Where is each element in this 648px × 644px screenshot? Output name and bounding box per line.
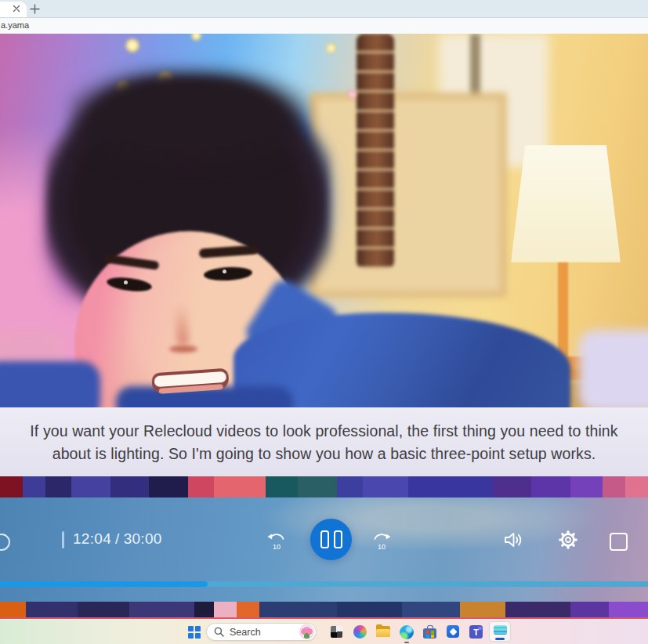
- skip-back-10-button[interactable]: 10: [266, 529, 287, 551]
- bokeh-light: [125, 38, 139, 52]
- eye-glint: [124, 280, 128, 284]
- store-tile: [426, 635, 429, 638]
- store-bag: [423, 628, 436, 639]
- pause-button[interactable]: [310, 519, 352, 560]
- copilot-icon[interactable]: [353, 625, 367, 639]
- progress-fill: [0, 581, 208, 587]
- diamond-glyph: [449, 628, 457, 635]
- forward-arrowhead: [386, 534, 391, 539]
- file-explorer-icon[interactable]: [376, 626, 390, 637]
- browser-toolbar: [0, 18, 648, 34]
- windows-logo-icon: [195, 633, 201, 639]
- windows-logo-icon: [188, 626, 194, 632]
- search-placeholder: Search: [230, 627, 299, 638]
- skip-back-amount: 10: [273, 543, 281, 551]
- cropped-control-icon[interactable]: [0, 534, 10, 551]
- settings-button[interactable]: [556, 528, 580, 552]
- sound-wave-outer: [519, 535, 520, 545]
- teams-icon[interactable]: T: [469, 625, 483, 639]
- media-player-icon: [494, 625, 507, 635]
- active-app-indicator: [495, 638, 505, 640]
- eye-glint: [223, 270, 226, 273]
- scene-guitar-neck: [357, 34, 394, 269]
- time-duration: 30:00: [124, 530, 162, 547]
- microsoft-store-icon[interactable]: [423, 625, 436, 639]
- taskbar: Search T: [0, 619, 648, 644]
- gear-icon: [556, 528, 580, 552]
- edge-icon[interactable]: [400, 625, 414, 639]
- folder-front: [376, 629, 390, 638]
- scene-lamp-shade: [511, 145, 621, 262]
- subtitle-line-2: about is lighting. So I'm going to show …: [0, 443, 648, 465]
- time-display: 12:04/30:00: [73, 530, 162, 548]
- bokeh-light: [326, 43, 336, 53]
- pause-icon: [334, 530, 342, 548]
- teams-dot: [478, 627, 482, 631]
- skip-forward-10-button[interactable]: 10: [371, 529, 392, 551]
- bing-daily-image-icon[interactable]: [299, 624, 314, 639]
- speaker-icon: [505, 534, 514, 546]
- time-separator-bar: [62, 531, 64, 548]
- m365-app-icon[interactable]: [447, 625, 459, 638]
- scene-pillow: [578, 330, 648, 407]
- video-strip-upper: [0, 476, 648, 497]
- bokeh-light: [348, 90, 357, 99]
- windows-logo-icon: [195, 626, 201, 632]
- presenter-nose-shadow: [169, 346, 197, 353]
- media-player-taskbar-button[interactable]: [489, 621, 511, 642]
- subtitle-band: If you want your Relecloud videos to loo…: [0, 407, 648, 476]
- presenter-jacket-left: [0, 361, 100, 407]
- skip-forward-amount: 10: [378, 543, 386, 551]
- browser-tab-strip: [0, 0, 648, 18]
- screen: { "browser": { "url_fragment": "a.yama",…: [0, 0, 648, 644]
- scene-shelf: [310, 92, 507, 298]
- player-control-bar: 12:04/30:00 10 10: [0, 497, 648, 602]
- windows-logo-icon: [188, 633, 194, 639]
- presenter-hair-fringe: [69, 68, 309, 170]
- store-tile: [431, 631, 434, 634]
- progress-bar[interactable]: [0, 581, 648, 587]
- subtitle-line-1: If you want your Relecloud videos to loo…: [0, 420, 648, 442]
- sound-wave-inner: [516, 537, 517, 543]
- search-icon: [214, 627, 224, 637]
- scene-lamp-stem: [558, 262, 568, 360]
- time-slash: /: [115, 530, 120, 547]
- edge-running-indicator: [404, 642, 409, 644]
- taskbar-search[interactable]: Search: [206, 623, 317, 641]
- new-tab-icon[interactable]: [28, 2, 41, 15]
- video-strip-lower: [0, 602, 648, 619]
- time-current: 12:04: [73, 530, 111, 547]
- store-tile: [431, 635, 434, 638]
- grid-app-icon[interactable]: [331, 626, 342, 638]
- windows-start-button[interactable]: [187, 625, 201, 639]
- rewind-arrowhead: [268, 534, 273, 539]
- pause-icon: [320, 530, 329, 548]
- fullscreen-button[interactable]: [610, 533, 628, 551]
- address-bar-url[interactable]: a.yama: [1, 20, 29, 30]
- store-tile: [426, 631, 429, 634]
- video-frame[interactable]: [0, 34, 648, 407]
- tab-close-icon[interactable]: [11, 3, 22, 14]
- volume-button[interactable]: [502, 530, 526, 550]
